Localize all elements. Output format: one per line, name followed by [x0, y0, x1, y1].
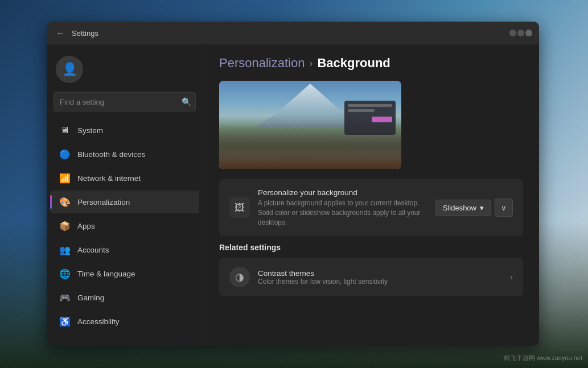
- title-bar: ← Settings: [47, 22, 539, 44]
- watermark: 鹤飞手游网 www.zuoyou.net: [504, 354, 582, 362]
- sidebar-item-accessibility[interactable]: ♿ Accessibility: [50, 310, 199, 333]
- time-icon: 🌐: [59, 268, 71, 279]
- preview-dialog-button: [372, 117, 392, 122]
- breadcrumb-separator: ›: [309, 57, 312, 69]
- background-icon: 🖼: [229, 197, 250, 218]
- bluetooth-icon: 🔵: [59, 148, 71, 160]
- maximize-button[interactable]: [517, 30, 524, 36]
- breadcrumb-current: Background: [317, 56, 390, 71]
- contrast-themes-desc: Color themes for low vision, light sensi…: [258, 278, 502, 286]
- system-icon: 🖥: [59, 125, 71, 136]
- related-card-text: Contrast themes Color themes for low vis…: [258, 269, 502, 286]
- search-icon: 🔍: [182, 97, 191, 106]
- expand-icon: ∨: [501, 204, 507, 212]
- contrast-themes-icon: ◑: [229, 267, 250, 287]
- sidebar-item-label: Bluetooth & devices: [77, 150, 145, 159]
- sidebar-item-personalization[interactable]: 🎨 Personalization: [50, 191, 199, 213]
- personalize-card-desc: A picture background applies to your cur…: [258, 199, 427, 227]
- sidebar-item-time[interactable]: 🌐 Time & language: [50, 262, 199, 285]
- sidebar: 👤 🔍 🖥 System 🔵 Bluetooth & devices 📶 Net…: [47, 44, 203, 346]
- sidebar-item-gaming[interactable]: 🎮 Gaming: [50, 286, 199, 309]
- accounts-icon: 👥: [59, 244, 71, 255]
- expand-button[interactable]: ∨: [495, 199, 513, 217]
- preview-dialog: [344, 101, 396, 135]
- window-controls: [509, 30, 532, 36]
- personalize-card-title: Personalize your background: [258, 188, 427, 197]
- personalization-icon: 🎨: [59, 196, 71, 208]
- main-content: Personalization › Background: [203, 44, 539, 346]
- search-box: 🔍: [54, 92, 196, 111]
- dropdown-arrow-icon: ▾: [480, 204, 484, 212]
- settings-window: ← Settings 👤 🔍 🖥 Syst: [47, 22, 539, 346]
- accessibility-icon: ♿: [59, 316, 71, 327]
- sidebar-item-label: System: [77, 126, 103, 135]
- sidebar-item-label: Personalization: [77, 198, 130, 206]
- sidebar-item-label: Network & internet: [77, 174, 141, 183]
- sidebar-item-bluetooth[interactable]: 🔵 Bluetooth & devices: [50, 143, 199, 166]
- preview-dialog-line1: [348, 104, 392, 107]
- slideshow-dropdown[interactable]: Slideshow ▾: [435, 200, 491, 216]
- sidebar-item-network[interactable]: 📶 Network & internet: [50, 167, 199, 189]
- minimize-button[interactable]: [509, 30, 516, 36]
- user-profile: 👤: [47, 51, 203, 92]
- related-settings-label: Related settings: [219, 243, 523, 252]
- settings-body: 👤 🔍 🖥 System 🔵 Bluetooth & devices 📶 Net…: [47, 44, 539, 346]
- search-input[interactable]: [54, 92, 196, 111]
- background-type-control: Slideshow ▾ ∨: [435, 199, 513, 217]
- preview-frame: [219, 81, 401, 169]
- back-button[interactable]: ←: [54, 26, 67, 40]
- sidebar-item-label: Accessibility: [77, 317, 120, 326]
- related-chevron-icon: ›: [510, 272, 513, 282]
- sidebar-item-label: Time & language: [77, 270, 135, 278]
- gaming-icon: 🎮: [59, 292, 71, 303]
- sidebar-item-label: Accounts: [77, 246, 109, 254]
- personalize-card-row: 🖼 Personalize your background A picture …: [229, 188, 513, 227]
- sidebar-item-apps[interactable]: 📦 Apps: [50, 214, 199, 237]
- slideshow-label: Slideshow: [443, 204, 476, 212]
- window-title: Settings: [72, 29, 98, 38]
- sidebar-item-label: Gaming: [77, 293, 104, 302]
- sidebar-item-system[interactable]: 🖥 System: [50, 119, 199, 142]
- avatar: 👤: [56, 56, 83, 83]
- personalize-card-text: Personalize your background A picture ba…: [258, 188, 427, 227]
- breadcrumb-parent[interactable]: Personalization: [219, 56, 305, 71]
- apps-icon: 📦: [59, 220, 71, 231]
- close-button[interactable]: [525, 30, 532, 36]
- contrast-themes-card[interactable]: ◑ Contrast themes Color themes for low v…: [219, 258, 523, 296]
- sidebar-item-accounts[interactable]: 👥 Accounts: [50, 238, 199, 261]
- personalize-card: 🖼 Personalize your background A picture …: [219, 179, 523, 236]
- preview-dialog-line2: [348, 109, 375, 112]
- preview-container: [219, 81, 523, 169]
- contrast-themes-title: Contrast themes: [258, 269, 502, 278]
- breadcrumb: Personalization › Background: [219, 56, 523, 71]
- sidebar-item-label: Apps: [77, 222, 95, 230]
- network-icon: 📶: [59, 172, 71, 184]
